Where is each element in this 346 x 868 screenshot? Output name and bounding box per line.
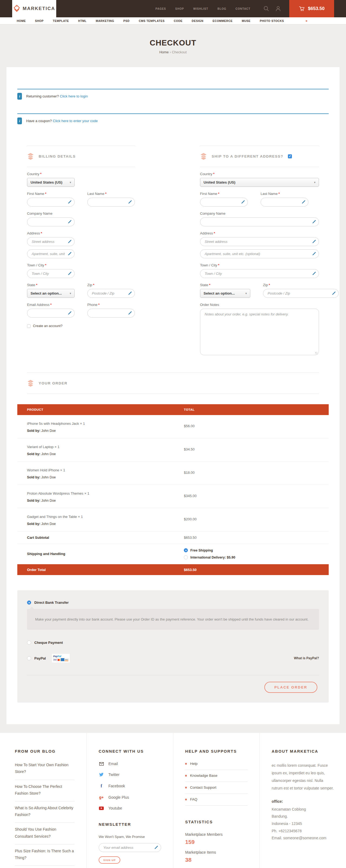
shipping-street-input[interactable] — [200, 237, 319, 246]
create-account-checkbox[interactable] — [27, 324, 31, 328]
place-order-button[interactable]: PLACE ORDER — [264, 682, 317, 693]
youtube-social-link[interactable]: Youtube — [99, 806, 161, 810]
blog-post-link[interactable]: How To Start Your Own Fashion Store? — [15, 762, 75, 780]
order-total-row: Order Total $653.50 — [17, 564, 329, 575]
billing-street-input[interactable] — [27, 237, 75, 246]
shipping-apartment-input[interactable] — [200, 249, 319, 258]
product-name: Gadget and Things on the Table × 1 — [27, 515, 184, 519]
top-nav-shop[interactable]: SHOP — [175, 7, 184, 10]
billing-town-label: Town / City* — [27, 263, 75, 267]
radio-icon[interactable] — [184, 555, 188, 559]
twitter-social-link[interactable]: Twitter — [99, 772, 161, 777]
blog-post-link[interactable]: Plus Size Fashion: Is There Such a Thing… — [15, 844, 75, 866]
catnav-cms-templates[interactable]: CMS TEMPLATES — [139, 19, 165, 23]
more-categories-icon[interactable]: » — [306, 19, 307, 23]
category-nav: HOME SHOP TEMPLATE HTML MARKETING PSD CM… — [0, 17, 346, 24]
international-delivery-option[interactable]: International Delivery: $5.90 — [184, 555, 329, 559]
billing-zip-label: Zip* — [87, 283, 135, 287]
catnav-shop[interactable]: SHOP — [35, 19, 44, 23]
newsletter-signup-button[interactable]: SIGN UP — [99, 856, 120, 864]
catnav-psd[interactable]: PSD — [123, 19, 130, 23]
radio-selected-icon[interactable] — [184, 548, 188, 552]
billing-column: BILLING DETAILS Country* United States (… — [27, 146, 135, 356]
catnav-photo-stocks[interactable]: PHOTO STOCKS — [260, 19, 284, 23]
shipping-title: SHIP TO A DIFFERENT ADDRESS? — [212, 154, 283, 158]
google-plus-social-link[interactable]: g+ Google Plus — [99, 795, 161, 800]
blog-post-link[interactable]: How To Choose The Perfect Fashion Store? — [15, 780, 75, 801]
shipping-last-name-input[interactable] — [261, 198, 308, 207]
product-column-header: PRODUCT — [17, 408, 184, 411]
catnav-html[interactable]: HTML — [78, 19, 86, 23]
footer: FROM OUR BLOG How To Start Your Own Fash… — [0, 733, 346, 868]
shipping-company-input[interactable] — [200, 217, 319, 226]
billing-first-name-input[interactable] — [27, 198, 75, 207]
billing-country-select[interactable]: United States (US) ▼ — [27, 178, 75, 187]
billing-last-name-input[interactable] — [87, 198, 135, 207]
account-icon[interactable] — [275, 6, 281, 12]
contact-support-link[interactable]: Contact Support — [185, 782, 248, 794]
radio-icon[interactable] — [27, 656, 31, 660]
blog-post-link[interactable]: Should You Use Fashion Consultant Servic… — [15, 823, 75, 844]
free-shipping-option[interactable]: Free Shipping — [184, 548, 329, 552]
faq-link[interactable]: FAQ — [185, 794, 248, 806]
facebook-social-link[interactable]: f Facebook — [99, 783, 161, 789]
top-nav-blog[interactable]: BLOG — [217, 7, 226, 10]
amex-card-icon — [61, 658, 64, 661]
logo[interactable]: MARKETICA — [12, 0, 56, 17]
search-icon[interactable] — [263, 6, 269, 12]
billing-email-input[interactable] — [27, 309, 75, 317]
shipping-country-label: Country* — [200, 172, 319, 176]
coupon-link[interactable]: Click here to enter your code — [53, 119, 98, 123]
email-social-link[interactable]: Email — [99, 762, 161, 766]
help-link[interactable]: Help — [185, 762, 248, 770]
seller-name: John Doe — [41, 475, 56, 479]
billing-company-input[interactable] — [27, 217, 75, 226]
top-nav-contact[interactable]: CONTACT — [236, 7, 250, 10]
bank-transfer-method[interactable]: Direct Bank Transfer — [27, 600, 319, 604]
shipping-country-select[interactable]: United States (US) ▼ — [200, 178, 319, 187]
radio-icon[interactable] — [27, 641, 31, 645]
cart-button[interactable]: $653.50 — [289, 0, 334, 17]
newsletter-email-input[interactable] — [99, 843, 161, 852]
what-is-paypal-link[interactable]: What is PayPal? — [294, 656, 319, 660]
billing-phone-input[interactable] — [87, 309, 135, 317]
catnav-ecommerce[interactable]: ECOMMERCE — [213, 19, 233, 23]
shipping-address-label: Address* — [200, 231, 319, 235]
knowledge-base-link[interactable]: Knowladge Base — [185, 770, 248, 782]
catnav-muse[interactable]: MUSE — [242, 19, 250, 23]
breadcrumb-home[interactable]: Home — [159, 50, 169, 54]
top-nav-pages[interactable]: PAGES — [155, 7, 166, 10]
payment-panel: Direct Bank Transfer Make your payment d… — [17, 590, 329, 703]
catnav-design[interactable]: DESIGN — [192, 19, 203, 23]
catnav-marketing[interactable]: MARKETING — [96, 19, 114, 23]
radio-selected-icon[interactable] — [27, 600, 31, 604]
resize-handle[interactable] — [315, 352, 318, 354]
table-row: iPhone 5s with Headphones Jack × 1 Sold … — [17, 415, 329, 438]
paypal-method[interactable]: PayPal PayPal VISA DISCOVER What is PayP… — [27, 654, 319, 662]
blog-post-link[interactable]: What is So Alluring About Celebrity Fash… — [15, 801, 75, 823]
table-row: Proton Absolute Wordpress Themes × 1 Sol… — [17, 485, 329, 508]
billing-town-input[interactable] — [27, 269, 75, 278]
billing-zip-input[interactable] — [87, 289, 135, 298]
billing-apartment-input[interactable] — [27, 249, 75, 258]
catnav-template[interactable]: TEMPLATE — [53, 19, 69, 23]
order-notes-textarea[interactable] — [200, 309, 319, 355]
shipping-company-label: Company Name — [200, 212, 319, 216]
product-name: Variant of Laptop × 1 — [27, 445, 184, 449]
facebook-icon: f — [101, 783, 102, 789]
shipping-state-select[interactable]: Select an option... ▼ — [200, 289, 250, 298]
cheque-payment-method[interactable]: Cheque Payment — [27, 641, 319, 645]
mastercard-card-icon — [57, 658, 61, 661]
top-nav-wishlist[interactable]: WISHLIST — [193, 7, 208, 10]
product-total: $345.00 — [184, 491, 197, 498]
shipping-town-input[interactable] — [200, 269, 319, 278]
ship-different-checkbox[interactable]: ✓ — [288, 154, 292, 158]
shipping-first-name-input[interactable] — [200, 198, 248, 207]
catnav-home[interactable]: HOME — [17, 19, 26, 23]
billing-state-select[interactable]: Select an option... ▼ — [27, 289, 75, 298]
page-hero: CHECKOUT Home › Checkout — [0, 24, 346, 67]
shipping-zip-input[interactable] — [263, 289, 339, 298]
your-order-title: YOUR ORDER — [39, 381, 68, 385]
catnav-code[interactable]: CODE — [174, 19, 182, 23]
login-link[interactable]: Click here to login — [60, 94, 88, 98]
